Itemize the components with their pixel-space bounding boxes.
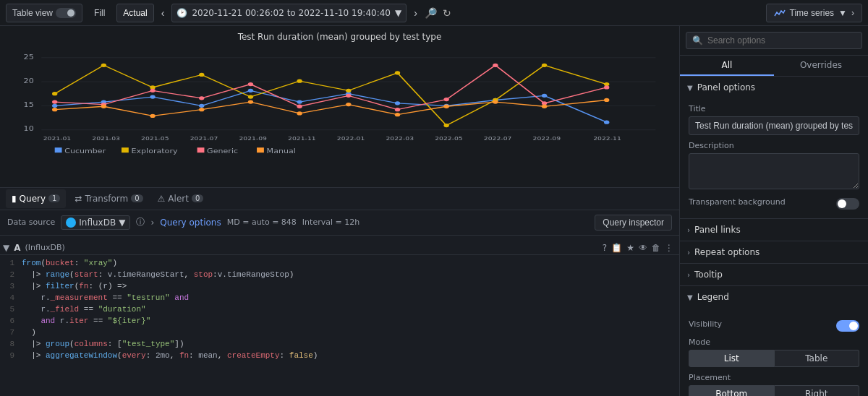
svg-point-24: [248, 89, 253, 92]
refresh-icon[interactable]: ↻: [443, 7, 451, 19]
info-icon[interactable]: ⓘ: [136, 216, 145, 228]
legend-mode-table[interactable]: Table: [775, 350, 860, 367]
query-action-more[interactable]: ⋮: [665, 243, 673, 253]
search-options-input[interactable]: [707, 35, 856, 46]
svg-point-44: [52, 100, 57, 103]
svg-point-67: [604, 98, 609, 102]
query-inspector-button[interactable]: Query inspector: [595, 215, 672, 231]
svg-point-32: [52, 92, 57, 95]
transparent-bg-toggle[interactable]: [836, 198, 859, 210]
description-field-label: Description: [689, 141, 859, 150]
legend-section: ▼ Legend Visibility Mode List Table: [680, 286, 868, 396]
code-line: 2 |> range(start: v.timeRangeStart, stop…: [0, 270, 679, 281]
chevron-down-icon: ▼: [395, 8, 401, 18]
panel-options-chevron-icon: ▼: [687, 84, 693, 92]
time-prev-button[interactable]: ‹: [160, 7, 166, 19]
chart-container: 25 20 15 10 2021-01 2021-03 2021-05 2021…: [6, 46, 673, 167]
svg-text:2022-01: 2022-01: [337, 136, 365, 141]
legend-content: Visibility Mode List Table Placement Bot…: [680, 308, 868, 396]
svg-point-42: [542, 64, 547, 67]
actual-button[interactable]: Actual: [116, 4, 153, 22]
query-action-star[interactable]: ★: [626, 243, 634, 253]
zoom-out-icon[interactable]: 🔎: [425, 7, 437, 19]
svg-rect-68: [55, 147, 62, 152]
legend-chevron-icon: ▼: [687, 293, 693, 301]
query-md-meta: MD = auto = 848: [227, 218, 297, 227]
search-icon: 🔍: [692, 35, 703, 46]
panel-links-chevron-icon: ›: [687, 226, 690, 234]
tab-all[interactable]: All: [680, 56, 774, 76]
svg-text:25: 25: [24, 53, 34, 60]
options-tabs: All Overrides: [680, 56, 868, 77]
panel-options-section: ▼ Panel options Title Description Transp…: [680, 77, 868, 219]
panel-links-title: Panel links: [694, 225, 741, 235]
code-lines[interactable]: 1 from(bucket: "xray") 2 |> range(start:…: [0, 255, 679, 365]
svg-point-39: [395, 71, 400, 74]
legend-header[interactable]: ▼ Legend: [680, 286, 868, 308]
time-series-label: Time series: [790, 8, 835, 18]
svg-point-52: [443, 98, 448, 101]
svg-text:20: 20: [24, 77, 34, 84]
legend-mode-label: Mode: [689, 337, 859, 347]
transparent-bg-row: Transparent background: [689, 197, 859, 210]
tooltip-title: Tooltip: [694, 270, 723, 280]
chart-area: Test Run duration (mean) grouped by test…: [0, 26, 679, 187]
legend-placement-bottom[interactable]: Bottom: [689, 385, 775, 396]
panel-links-header[interactable]: › Panel links: [680, 219, 868, 241]
legend-mode-group: List Table: [689, 350, 859, 367]
legend-placement-right[interactable]: Right: [775, 385, 860, 396]
bottom-tabs: ▮ Query 1 ⇄ Transform 0 ⚠ Alert 0: [0, 187, 679, 210]
datasource-selector[interactable]: InfluxDB ▼: [61, 215, 130, 230]
svg-point-53: [493, 64, 498, 67]
tab-alert[interactable]: ⚠ Alert 0: [152, 189, 210, 208]
query-options-link[interactable]: Query options: [160, 218, 221, 228]
svg-point-33: [101, 64, 106, 67]
panel-options-header[interactable]: ▼ Panel options: [680, 77, 868, 98]
datasource-chevron-icon: ▼: [119, 218, 125, 228]
table-view-button[interactable]: Table view: [6, 4, 82, 22]
legend-mode-list[interactable]: List: [689, 350, 775, 367]
repeat-options-title: Repeat options: [694, 247, 760, 257]
tab-overrides[interactable]: Overrides: [774, 56, 868, 76]
time-next-button[interactable]: ›: [412, 7, 419, 19]
svg-point-20: [52, 104, 57, 108]
query-tab-icon: ▮: [12, 194, 17, 204]
legend-placement-label: Placement: [689, 373, 859, 382]
svg-point-40: [443, 124, 448, 127]
left-panel: Test Run duration (mean) grouped by test…: [0, 26, 680, 396]
svg-point-62: [346, 103, 351, 106]
right-panel: 🔍 All Overrides ▼ Panel options Title De…: [680, 26, 868, 396]
tab-transform[interactable]: ⇄ Transform 0: [69, 189, 148, 208]
svg-point-37: [297, 79, 302, 83]
svg-text:2021-07: 2021-07: [190, 136, 218, 141]
fill-button[interactable]: Fill: [88, 6, 111, 20]
tooltip-header[interactable]: › Tooltip: [680, 264, 868, 285]
chart-title: Test Run duration (mean) grouped by test…: [6, 32, 673, 42]
query-interval-meta: Interval = 12h: [302, 218, 359, 227]
expand-query-icon[interactable]: ›: [150, 218, 154, 228]
time-series-button[interactable]: Time series ▼ ›: [766, 4, 862, 22]
description-textarea[interactable]: [689, 153, 859, 189]
legend-placement-group: Bottom Right: [689, 385, 859, 396]
influxdb-icon: [66, 218, 76, 228]
code-line: 4 r._measurement == "testrun" and: [0, 293, 679, 304]
svg-point-59: [199, 108, 204, 111]
query-tab-badge: 1: [48, 194, 60, 202]
influxdb-label: InfluxDB: [79, 218, 116, 228]
query-action-help[interactable]: ?: [603, 243, 607, 253]
query-action-eye[interactable]: 👁: [639, 243, 647, 253]
transform-tab-label: Transform: [85, 194, 129, 204]
legend-visibility-toggle[interactable]: [836, 320, 859, 332]
collapse-icon[interactable]: ▼: [3, 243, 9, 253]
time-series-chevron-icon: ▼: [838, 8, 847, 18]
panel-title-input[interactable]: [689, 116, 859, 135]
table-view-toggle[interactable]: [56, 8, 76, 18]
code-line: 3 |> filter(fn: (r) =>: [0, 281, 679, 293]
query-action-copy[interactable]: 📋: [611, 243, 622, 253]
time-range-control[interactable]: 🕑 2020-11-21 00:26:02 to 2022-11-10 19:4…: [171, 4, 407, 22]
repeat-options-header[interactable]: › Repeat options: [680, 241, 868, 263]
svg-point-60: [248, 100, 253, 103]
time-range-value: 2020-11-21 00:26:02 to 2022-11-10 19:40:…: [192, 8, 391, 18]
query-action-trash[interactable]: 🗑: [652, 243, 660, 253]
tab-query[interactable]: ▮ Query 1: [6, 189, 66, 208]
